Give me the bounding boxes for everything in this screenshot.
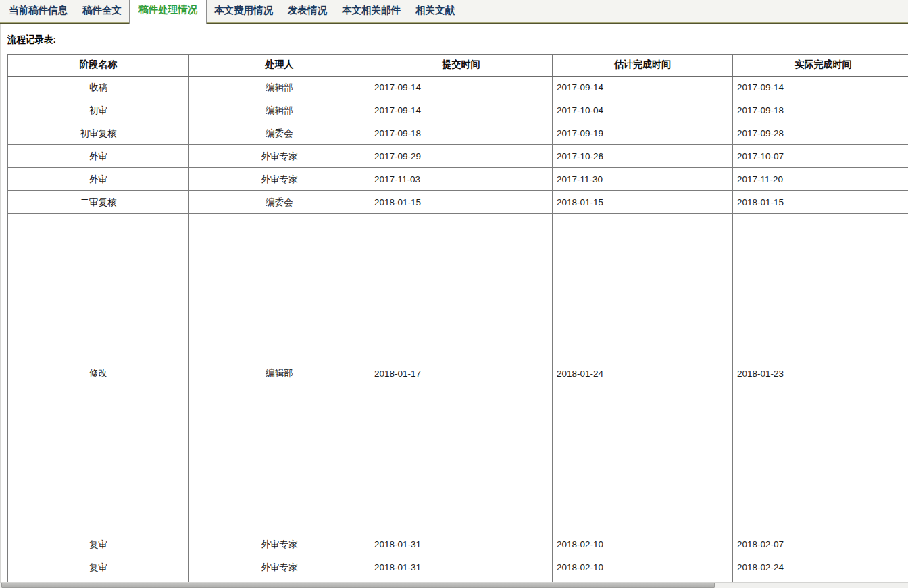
stage-name-cell: 初审: [8, 99, 189, 122]
handler-cell: 外审专家: [189, 556, 370, 579]
estimated-completion-cell: 2017-11-30: [553, 168, 733, 191]
table-row: 外审外审专家2017-09-292017-10-262017-10-07: [8, 145, 908, 168]
handler-cell: 编辑部: [189, 99, 370, 122]
handler-cell: 编委会: [189, 122, 370, 145]
handler-cell: 外审专家: [189, 145, 370, 168]
estimated-completion-cell: 2017-10-26: [553, 145, 733, 168]
submit-time-cell: 2017-09-14: [370, 99, 553, 122]
horizontal-scrollbar-track[interactable]: [0, 582, 908, 588]
submit-time-cell: 2018-01-17: [370, 214, 553, 533]
stage-name-cell: 外审: [8, 145, 189, 168]
section-title: 流程记录表:: [7, 33, 908, 47]
handler-cell: 外审专家: [189, 533, 370, 556]
estimated-completion-cell: 2017-09-19: [553, 122, 733, 145]
table-row: 修改编辑部2018-01-172018-01-242018-01-23: [8, 214, 908, 533]
stage-name-cell: 复审: [8, 556, 189, 579]
submit-time-cell: 2017-09-29: [370, 145, 553, 168]
table-row: 外审外审专家2017-11-032017-11-302017-11-20: [8, 168, 908, 191]
content-panel: 流程记录表: 阶段名称 处理人 提交时间 估计完成时间 实际完成时间 收稿编辑部…: [0, 24, 908, 588]
submit-time-cell: 2018-01-15: [370, 191, 553, 214]
estimated-completion-cell: 2017-10-04: [553, 99, 733, 122]
process-record-table: 阶段名称 处理人 提交时间 估计完成时间 实际完成时间 收稿编辑部2017-09…: [7, 54, 908, 588]
actual-completion-cell: 2018-02-07: [733, 533, 908, 556]
tab-bar: 当前稿件信息 稿件全文 稿件处理情况 本文费用情况 发表情况 本文相关邮件 相关…: [0, 0, 908, 24]
table-row: 复审外审专家2018-01-312018-02-102018-02-24: [8, 556, 908, 579]
stage-name-cell: 二审复核: [8, 191, 189, 214]
table-row: 初审复核编委会2017-09-182017-09-192017-09-28: [8, 122, 908, 145]
handler-cell: 编委会: [189, 191, 370, 214]
tab-publication-status[interactable]: 发表情况: [280, 0, 334, 24]
actual-completion-cell: 2017-09-28: [733, 122, 908, 145]
tab-related-literature[interactable]: 相关文献: [408, 0, 462, 24]
actual-completion-cell: 2017-09-18: [733, 99, 908, 122]
table-row: 初审编辑部2017-09-142017-10-042017-09-18: [8, 99, 908, 122]
submit-time-cell: 2017-11-03: [370, 168, 553, 191]
handler-cell: 编辑部: [189, 76, 370, 99]
tab-current-manuscript-info[interactable]: 当前稿件信息: [1, 0, 75, 24]
table-row: 收稿编辑部2017-09-142017-09-142017-09-14: [8, 76, 908, 99]
table-row: 二审复核编委会2018-01-152018-01-152018-01-15: [8, 191, 908, 214]
tab-related-emails[interactable]: 本文相关邮件: [334, 0, 408, 24]
horizontal-scrollbar-thumb[interactable]: [1, 583, 715, 588]
column-header-estimated-completion-time: 估计完成时间: [553, 55, 733, 76]
column-header-stage-name: 阶段名称: [8, 55, 189, 76]
submit-time-cell: 2017-09-14: [370, 76, 553, 99]
actual-completion-cell: 2018-02-24: [733, 556, 908, 579]
tab-manuscript-fulltext[interactable]: 稿件全文: [75, 0, 129, 24]
submit-time-cell: 2018-01-31: [370, 556, 553, 579]
tab-fee-status[interactable]: 本文费用情况: [207, 0, 280, 24]
stage-name-cell: 复审: [8, 533, 189, 556]
estimated-completion-cell: 2018-02-10: [553, 533, 733, 556]
column-header-handler: 处理人: [189, 55, 370, 76]
actual-completion-cell: 2018-01-23: [733, 214, 908, 533]
stage-name-cell: 收稿: [8, 76, 189, 99]
actual-completion-cell: 2017-11-20: [733, 168, 908, 191]
actual-completion-cell: 2017-09-14: [733, 76, 908, 99]
table-header-row: 阶段名称 处理人 提交时间 估计完成时间 实际完成时间: [8, 55, 908, 76]
actual-completion-cell: 2017-10-07: [733, 145, 908, 168]
tab-manuscript-processing-status[interactable]: 稿件处理情况: [129, 0, 207, 24]
handler-cell: 编辑部: [189, 214, 370, 533]
stage-name-cell: 修改: [8, 214, 189, 533]
handler-cell: 外审专家: [189, 168, 370, 191]
column-header-actual-completion-time: 实际完成时间: [733, 55, 908, 76]
column-header-submit-time: 提交时间: [370, 55, 553, 76]
stage-name-cell: 外审: [8, 168, 189, 191]
submit-time-cell: 2017-09-18: [370, 122, 553, 145]
estimated-completion-cell: 2018-01-15: [553, 191, 733, 214]
actual-completion-cell: 2018-01-15: [733, 191, 908, 214]
estimated-completion-cell: 2018-02-10: [553, 556, 733, 579]
estimated-completion-cell: 2017-09-14: [553, 76, 733, 99]
submit-time-cell: 2018-01-31: [370, 533, 553, 556]
table-row: 复审外审专家2018-01-312018-02-102018-02-07: [8, 533, 908, 556]
stage-name-cell: 初审复核: [8, 122, 189, 145]
estimated-completion-cell: 2018-01-24: [553, 214, 733, 533]
